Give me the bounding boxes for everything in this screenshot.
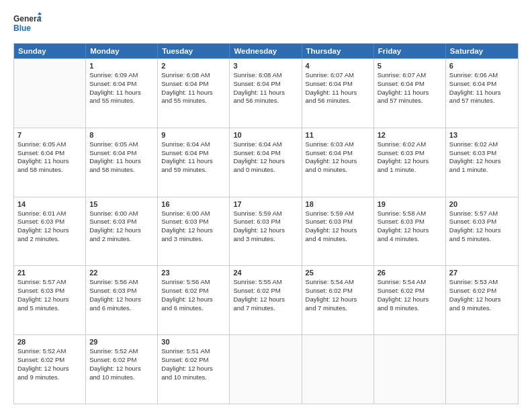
daylight-text: Daylight: 11 hours (17, 157, 82, 166)
daylight-text: Daylight: 11 hours (161, 157, 226, 166)
sunset-text: Sunset: 6:03 PM (449, 149, 515, 158)
header-day-saturday: Saturday (446, 44, 518, 58)
sunrise-text: Sunrise: 6:07 AM (306, 71, 370, 80)
cal-cell-15: 15Sunrise: 6:00 AMSunset: 6:03 PMDayligh… (86, 197, 158, 266)
daylight-minutes: and 9 minutes. (449, 304, 515, 313)
week-row-4: 28Sunrise: 5:52 AMSunset: 6:02 PMDayligh… (14, 334, 518, 404)
day-number: 5 (378, 62, 442, 70)
sunrise-text: Sunrise: 6:04 AM (233, 140, 298, 149)
day-number: 4 (306, 62, 370, 70)
daylight-minutes: and 10 minutes. (161, 373, 226, 382)
daylight-minutes: and 57 minutes. (378, 97, 442, 105)
cal-cell-20: 20Sunrise: 5:57 AMSunset: 6:03 PMDayligh… (446, 197, 518, 266)
header-day-sunday: Sunday (14, 44, 86, 58)
day-number: 28 (17, 338, 82, 346)
daylight-text: Daylight: 12 hours (161, 295, 226, 304)
page: General Blue SundayMondayTuesdayWednesda… (0, 0, 532, 411)
daylight-text: Daylight: 12 hours (378, 157, 442, 166)
cal-cell-12: 12Sunrise: 6:02 AMSunset: 6:03 PMDayligh… (374, 128, 446, 197)
day-number: 2 (161, 62, 226, 70)
daylight-text: Daylight: 11 hours (378, 89, 442, 97)
cal-cell-28: 28Sunrise: 5:52 AMSunset: 6:02 PMDayligh… (14, 335, 86, 404)
sunset-text: Sunset: 6:04 PM (89, 80, 154, 89)
sunset-text: Sunset: 6:04 PM (233, 149, 298, 158)
daylight-minutes: and 5 minutes. (17, 304, 82, 313)
cal-cell-2: 2Sunrise: 6:08 AMSunset: 6:04 PMDaylight… (158, 59, 230, 128)
day-number: 1 (89, 62, 154, 70)
cal-cell-30: 30Sunrise: 5:51 AMSunset: 6:02 PMDayligh… (158, 335, 230, 404)
cal-cell-18: 18Sunrise: 5:59 AMSunset: 6:03 PMDayligh… (302, 197, 374, 266)
sunrise-text: Sunrise: 5:57 AM (17, 278, 82, 287)
header-day-wednesday: Wednesday (230, 44, 302, 58)
daylight-text: Daylight: 11 hours (89, 157, 154, 166)
day-number: 18 (306, 200, 370, 208)
header: General Blue (13, 12, 519, 36)
daylight-minutes: and 2 minutes. (89, 235, 154, 244)
sunrise-text: Sunrise: 6:04 AM (161, 140, 226, 149)
day-number: 6 (449, 62, 515, 70)
day-number: 3 (233, 62, 298, 70)
cal-cell-27: 27Sunrise: 5:53 AMSunset: 6:02 PMDayligh… (446, 266, 518, 334)
daylight-text: Daylight: 12 hours (161, 365, 226, 373)
sunrise-text: Sunrise: 5:55 AM (233, 278, 298, 287)
sunset-text: Sunset: 6:04 PM (449, 80, 515, 89)
week-row-2: 14Sunrise: 6:01 AMSunset: 6:03 PMDayligh… (14, 197, 518, 266)
day-number: 13 (449, 131, 515, 139)
header-day-monday: Monday (86, 44, 158, 58)
svg-text:General: General (13, 14, 42, 24)
cal-cell-13: 13Sunrise: 6:02 AMSunset: 6:03 PMDayligh… (446, 128, 518, 197)
sunset-text: Sunset: 6:03 PM (17, 287, 82, 295)
day-number: 12 (378, 131, 442, 139)
daylight-text: Daylight: 11 hours (306, 89, 370, 97)
sunset-text: Sunset: 6:03 PM (378, 149, 442, 158)
cal-cell-5: 5Sunrise: 6:07 AMSunset: 6:04 PMDaylight… (374, 59, 446, 128)
cal-cell-empty-4-6 (446, 335, 518, 404)
header-day-thursday: Thursday (302, 44, 374, 58)
daylight-text: Daylight: 12 hours (306, 295, 370, 304)
daylight-text: Daylight: 11 hours (233, 89, 298, 97)
day-number: 24 (233, 269, 298, 277)
cal-cell-6: 6Sunrise: 6:06 AMSunset: 6:04 PMDaylight… (446, 59, 518, 128)
daylight-text: Daylight: 12 hours (161, 226, 226, 235)
week-row-1: 7Sunrise: 6:05 AMSunset: 6:04 PMDaylight… (14, 128, 518, 197)
day-number: 30 (161, 338, 226, 346)
daylight-text: Daylight: 12 hours (89, 365, 154, 373)
daylight-minutes: and 8 minutes. (378, 304, 442, 313)
sunset-text: Sunset: 6:02 PM (89, 356, 154, 365)
daylight-minutes: and 6 minutes. (161, 304, 226, 313)
daylight-text: Daylight: 12 hours (378, 226, 442, 235)
calendar-body: 1Sunrise: 6:09 AMSunset: 6:04 PMDaylight… (14, 58, 518, 404)
sunset-text: Sunset: 6:02 PM (449, 287, 515, 295)
daylight-text: Daylight: 11 hours (449, 89, 515, 97)
daylight-minutes: and 58 minutes. (89, 166, 154, 175)
sunrise-text: Sunrise: 6:08 AM (161, 71, 226, 80)
cal-cell-25: 25Sunrise: 5:54 AMSunset: 6:02 PMDayligh… (302, 266, 374, 334)
daylight-minutes: and 3 minutes. (161, 235, 226, 244)
cal-cell-10: 10Sunrise: 6:04 AMSunset: 6:04 PMDayligh… (230, 128, 302, 197)
day-number: 16 (161, 200, 226, 208)
sunrise-text: Sunrise: 5:57 AM (449, 210, 515, 218)
sunset-text: Sunset: 6:02 PM (306, 287, 370, 295)
daylight-minutes: and 4 minutes. (306, 235, 370, 244)
sunrise-text: Sunrise: 5:58 AM (378, 210, 442, 218)
day-number: 22 (89, 269, 154, 277)
cal-cell-23: 23Sunrise: 5:56 AMSunset: 6:02 PMDayligh… (158, 266, 230, 334)
sunset-text: Sunset: 6:02 PM (233, 287, 298, 295)
sunset-text: Sunset: 6:03 PM (306, 218, 370, 226)
sunrise-text: Sunrise: 6:01 AM (17, 210, 82, 218)
sunrise-text: Sunrise: 6:05 AM (89, 140, 154, 149)
daylight-text: Daylight: 12 hours (306, 157, 370, 166)
sunrise-text: Sunrise: 6:02 AM (378, 140, 442, 149)
cal-cell-11: 11Sunrise: 6:03 AMSunset: 6:04 PMDayligh… (302, 128, 374, 197)
svg-marker-2 (38, 12, 42, 15)
sunrise-text: Sunrise: 5:59 AM (233, 210, 298, 218)
day-number: 10 (233, 131, 298, 139)
daylight-minutes: and 6 minutes. (89, 304, 154, 313)
sunset-text: Sunset: 6:03 PM (89, 218, 154, 226)
logo-svg: General Blue (13, 12, 42, 36)
sunrise-text: Sunrise: 5:59 AM (306, 210, 370, 218)
daylight-minutes: and 0 minutes. (233, 166, 298, 175)
sunrise-text: Sunrise: 5:54 AM (378, 278, 442, 287)
sunset-text: Sunset: 6:03 PM (161, 218, 226, 226)
daylight-minutes: and 1 minute. (449, 166, 515, 175)
